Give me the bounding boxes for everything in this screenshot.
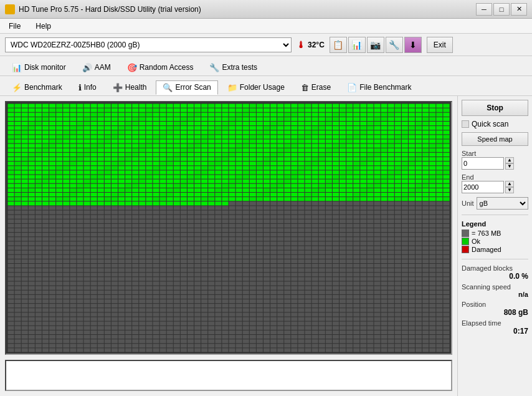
tab-erase-label: Erase (311, 83, 331, 92)
tab-random-access-label: Random Access (140, 63, 194, 72)
tab-erase[interactable]: 🗑 Erase (294, 80, 338, 94)
unit-select[interactable]: MB gB (477, 197, 528, 210)
start-input[interactable] (462, 157, 504, 170)
chart-icon-btn[interactable]: 📊 (348, 37, 366, 53)
exit-button[interactable]: Exit (427, 37, 453, 53)
damaged-blocks-value: 0.0 % (462, 272, 528, 281)
toolbar: WDC WD20EZRZ-00Z5HB0 (2000 gB) 🌡 32°C 📋 … (0, 34, 532, 56)
scanning-speed-label: Scanning speed (462, 283, 528, 291)
legend-swatch-gray (462, 229, 469, 237)
legend-swatch-green (462, 238, 469, 245)
end-input-row: ▲ ▼ (462, 181, 528, 193)
quick-scan-checkbox[interactable] (462, 120, 469, 128)
tab-extra-tests[interactable]: 🔧 Extra tests (202, 60, 264, 74)
end-spin-up[interactable]: ▲ (505, 181, 514, 187)
random-access-icon: 🎯 (127, 63, 137, 72)
erase-icon: 🗑 (301, 83, 309, 92)
start-spin-up[interactable]: ▲ (505, 157, 514, 163)
end-label: End (462, 173, 528, 181)
start-param: Start ▲ ▼ (462, 150, 528, 170)
tab-disk-monitor[interactable]: 📊 Disk monitor (5, 60, 73, 74)
position-value: 808 gB (462, 308, 528, 317)
tab-error-scan[interactable]: 🔍 Error Scan (156, 80, 217, 95)
end-spinners: ▲ ▼ (505, 181, 514, 193)
elapsed-time-value: 0:17 (462, 327, 528, 336)
scanning-speed-stat: Scanning speed n/a (462, 283, 528, 298)
speed-map-button[interactable]: Speed map (462, 132, 528, 146)
main-content: Stop Quick scan Speed map Start ▲ ▼ End … (0, 96, 532, 396)
scan-area (0, 96, 457, 396)
tab-info-label: Info (84, 83, 97, 92)
settings-icon-btn[interactable]: 🔧 (386, 37, 403, 53)
app-icon (5, 4, 15, 14)
title-bar-left: HD Tune Pro 5.75 - Hard Disk/SSD Utility… (5, 4, 201, 14)
menu-file[interactable]: File (5, 21, 24, 32)
minimize-button[interactable]: ─ (476, 3, 492, 16)
position-label: Position (462, 301, 528, 308)
disk-monitor-icon: 📊 (12, 63, 22, 72)
detail-box (5, 360, 452, 391)
start-spin-down[interactable]: ▼ (505, 163, 514, 170)
legend-item-size: = 763 MB (462, 229, 528, 237)
tab-health[interactable]: ➕ Health (106, 80, 154, 94)
end-param: End ▲ ▼ (462, 173, 528, 193)
health-icon: ➕ (113, 83, 123, 92)
title-bar-title: HD Tune Pro 5.75 - Hard Disk/SSD Utility… (19, 5, 201, 14)
quick-scan-row: Quick scan (462, 120, 528, 128)
unit-label: Unit (462, 200, 474, 207)
thermometer-icon: 🌡 (297, 40, 305, 50)
stats-section: Damaged blocks 0.0 % Scanning speed n/a … (462, 264, 528, 336)
menu-help[interactable]: Help (32, 21, 55, 32)
close-button[interactable]: ✕ (511, 3, 527, 16)
toolbar-icons: 📋 📊 📷 🔧 ⬇ (330, 37, 422, 53)
download-icon-btn[interactable]: ⬇ (404, 37, 422, 53)
elapsed-time-label: Elapsed time (462, 319, 528, 327)
divider-2 (462, 259, 528, 259)
tab-row-1: 📊 Disk monitor 🔊 AAM 🎯 Random Access 🔧 E… (0, 56, 532, 76)
title-bar-controls: ─ □ ✕ (476, 3, 527, 16)
camera-icon-btn[interactable]: 📷 (367, 37, 384, 53)
tab-benchmark-label: Benchmark (24, 83, 62, 92)
drive-select[interactable]: WDC WD20EZRZ-00Z5HB0 (2000 gB) (5, 37, 292, 52)
tab-random-access[interactable]: 🎯 Random Access (120, 60, 201, 74)
legend-ok-text: Ok (472, 238, 480, 245)
tab-extra-tests-label: Extra tests (222, 63, 257, 72)
end-spin-down[interactable]: ▼ (505, 187, 514, 193)
tab-aam[interactable]: 🔊 AAM (75, 60, 118, 74)
tab-folder-usage[interactable]: 📁 Folder Usage (221, 80, 292, 94)
legend-item-damaged: Damaged (462, 246, 528, 253)
folder-usage-icon: 📁 (227, 83, 237, 92)
start-spinners: ▲ ▼ (505, 157, 514, 170)
legend-title: Legend (462, 220, 528, 228)
elapsed-time-stat: Elapsed time 0:17 (462, 319, 528, 336)
error-scan-icon: 🔍 (163, 83, 173, 92)
file-benchmark-icon: 📄 (347, 83, 357, 92)
tab-file-benchmark-label: File Benchmark (359, 83, 411, 92)
legend-damaged-text: Damaged (472, 246, 501, 253)
tab-file-benchmark[interactable]: 📄 File Benchmark (340, 80, 418, 94)
start-label: Start (462, 150, 528, 157)
start-input-row: ▲ ▼ (462, 157, 528, 170)
tab-benchmark[interactable]: ⚡ Benchmark (5, 80, 69, 94)
maximize-button[interactable]: □ (493, 3, 510, 16)
scanning-speed-value: n/a (462, 291, 528, 298)
tab-info[interactable]: ℹ Info (72, 80, 103, 94)
position-stat: Position 808 gB (462, 301, 528, 317)
extra-tests-icon: 🔧 (209, 63, 219, 72)
right-panel: Stop Quick scan Speed map Start ▲ ▼ End … (457, 96, 532, 396)
quick-scan-label: Quick scan (472, 120, 508, 128)
aam-icon: 🔊 (82, 63, 92, 72)
unit-row: Unit MB gB (462, 197, 528, 210)
legend-item-ok: Ok (462, 238, 528, 245)
tab-disk-monitor-label: Disk monitor (24, 63, 66, 72)
end-input[interactable] (462, 181, 504, 193)
temperature-value: 32°C (308, 41, 325, 49)
divider-1 (462, 215, 528, 215)
benchmark-icon: ⚡ (12, 83, 22, 92)
legend-section: Legend = 763 MB Ok Damaged (462, 220, 528, 254)
damaged-blocks-stat: Damaged blocks 0.0 % (462, 264, 528, 281)
temperature-display: 🌡 32°C (297, 40, 325, 50)
stop-button[interactable]: Stop (462, 100, 528, 116)
info-icon-btn[interactable]: 📋 (330, 37, 347, 53)
tab-aam-label: AAM (95, 63, 111, 72)
